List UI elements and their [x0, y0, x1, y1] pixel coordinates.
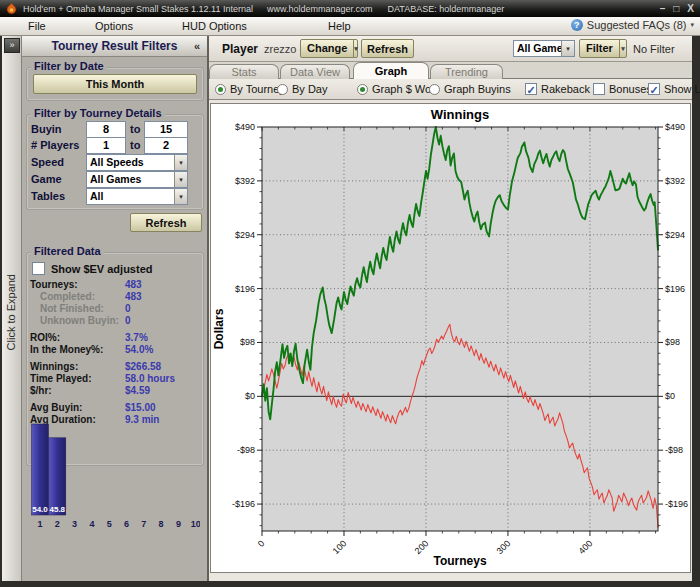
- mini-bar: [32, 424, 49, 515]
- stat-row: Time Played:58.0 hours: [30, 373, 202, 385]
- svg-text:-$196: -$196: [232, 499, 255, 509]
- games-select[interactable]: All Games ▾: [513, 40, 575, 57]
- svg-text:45.8: 45.8: [50, 505, 66, 514]
- menu-item-file[interactable]: File: [28, 20, 46, 32]
- tab-data-view[interactable]: Data View: [280, 64, 350, 79]
- tab-stats[interactable]: Stats: [209, 64, 279, 79]
- stat-row: Completed:483: [30, 291, 202, 303]
- range-from-input-0[interactable]: 8: [86, 121, 126, 138]
- minimize-icon[interactable]: –: [660, 3, 666, 14]
- tab-row: StatsData ViewGraphTrending: [209, 62, 692, 79]
- change-player-button[interactable]: Change ▾: [300, 39, 358, 58]
- stat-label: In the Money%:: [30, 344, 103, 355]
- stat-row: Avg Buyin:$15.00: [30, 402, 202, 414]
- svg-text:-$98: -$98: [237, 445, 255, 455]
- stat-value: 58.0 hours: [125, 373, 175, 384]
- click-to-expand-label[interactable]: Click to Expand: [5, 274, 17, 350]
- checkbox-show-luc[interactable]: ✓: [648, 83, 660, 95]
- player-refresh-button[interactable]: Refresh: [361, 39, 414, 58]
- expand-panel-button[interactable]: »: [4, 38, 20, 53]
- window-title-database: DATABASE: holdemmanager: [387, 4, 504, 14]
- stat-row: In the Money%:54.0%: [30, 344, 202, 356]
- stat-label: Avg Buyin:: [30, 402, 82, 413]
- svg-text:$490: $490: [665, 122, 685, 132]
- filter-button[interactable]: Filter ▾: [579, 39, 627, 58]
- svg-text:-$196: -$196: [665, 499, 688, 509]
- player-bar: Player zrezzo (PS) Change ▾ Refresh All …: [209, 36, 692, 62]
- stat-label: $/hr:: [30, 385, 52, 396]
- svg-text:Winnings: Winnings: [431, 107, 489, 122]
- svg-text:$98: $98: [240, 337, 255, 347]
- stats-group: Winnings:$266.58Time Played:58.0 hours$/…: [30, 361, 202, 397]
- filtered-data-stats: Tourneys:483Completed:483Not Finished:0U…: [30, 279, 202, 431]
- tab-trending[interactable]: Trending: [430, 64, 503, 79]
- stat-label: Not Finished:: [40, 303, 104, 314]
- suggested-faqs-label: Suggested FAQs (8): [587, 19, 687, 31]
- svg-text:1: 1: [37, 519, 42, 529]
- svg-text:$392: $392: [235, 176, 255, 186]
- winnings-chart: $490$490$392$392$294$294$196$196$98$98$0…: [210, 103, 691, 573]
- stat-value: 0: [125, 315, 131, 326]
- stat-label: Unknown Buyin:: [40, 315, 119, 326]
- filter-by-details-legend: Filter by Tourney Details: [31, 107, 165, 119]
- stat-label: Time Played:: [30, 373, 92, 384]
- show-ev-adjusted-label: Show $EV adjusted: [51, 263, 152, 275]
- range-to-input-0[interactable]: 15: [144, 121, 188, 138]
- menu-item-hud-options[interactable]: HUD Options: [182, 20, 247, 32]
- suggested-faqs-button[interactable]: ? Suggested FAQs (8) ▾: [571, 19, 694, 31]
- filtered-data-legend: Filtered Data: [31, 245, 104, 257]
- tables-select[interactable]: All▾: [86, 188, 188, 205]
- this-month-button[interactable]: This Month: [33, 74, 197, 94]
- radio-graph-won[interactable]: [357, 84, 368, 95]
- tab-graph[interactable]: Graph: [353, 62, 429, 79]
- show-ev-adjusted-checkbox[interactable]: [32, 262, 45, 275]
- stat-value: 483: [125, 291, 142, 302]
- chevron-down-icon: ▾: [353, 40, 358, 57]
- checkbox-rakeback[interactable]: ✓: [525, 83, 537, 95]
- svg-text:54.0: 54.0: [32, 505, 48, 514]
- mini-bar: [49, 438, 66, 515]
- sidebar-refresh-button[interactable]: Refresh: [130, 213, 202, 232]
- svg-text:Tourneys: Tourneys: [433, 554, 486, 568]
- main-content: » Click to Expand Tourney Result Filters…: [2, 36, 692, 581]
- stat-value: $4.59: [125, 385, 150, 396]
- svg-text:2: 2: [55, 519, 60, 529]
- checkbox-label: Bonuses: [609, 83, 652, 95]
- range-label-1: # Players: [31, 139, 79, 151]
- game-select[interactable]: All Games▾: [86, 171, 188, 188]
- title-bar: Hold'em + Omaha Manager Small Stakes 1.1…: [0, 0, 700, 17]
- sidebar-header: Tourney Result Filters «: [22, 36, 207, 57]
- collapse-panel-button[interactable]: «: [194, 36, 200, 57]
- radio-by-tourney[interactable]: [215, 84, 226, 95]
- chevron-down-icon: ▾: [174, 172, 187, 187]
- maximize-icon[interactable]: □: [673, 3, 679, 14]
- stat-label: Winnings:: [30, 361, 78, 372]
- radio-graph-buyins[interactable]: [429, 84, 440, 95]
- radio-label: Graph $ Won: [372, 83, 437, 95]
- select-label-tables: Tables: [31, 190, 65, 202]
- collapsed-panel-strip[interactable]: » Click to Expand: [2, 36, 22, 581]
- speed-select[interactable]: All Speeds▾: [86, 154, 188, 171]
- svg-text:300: 300: [495, 538, 513, 556]
- stats-group: Tourneys:483Completed:483Not Finished:0U…: [30, 279, 202, 327]
- range-from-input-1[interactable]: 1: [86, 137, 126, 154]
- checkbox-bonuses[interactable]: [593, 83, 605, 95]
- menu-item-options[interactable]: Options: [95, 20, 133, 32]
- app-icon: [6, 3, 17, 14]
- graph-options-row: By TourneyBy DayGraph $ WonGraph Buyins✓…: [209, 79, 692, 100]
- chevron-down-icon: ▾: [561, 41, 574, 56]
- select-label-speed: Speed: [31, 156, 64, 168]
- menu-item-help[interactable]: Help: [328, 20, 351, 32]
- svg-text:$0: $0: [245, 391, 255, 401]
- stat-value: 483: [125, 279, 142, 290]
- svg-text:0: 0: [256, 538, 267, 549]
- filter-status: No Filter: [633, 43, 675, 55]
- radio-by-day[interactable]: [277, 84, 288, 95]
- close-icon[interactable]: X: [687, 3, 694, 14]
- filter-by-details-group: Filter by Tourney Details Buyin8to15# Pl…: [26, 114, 204, 210]
- svg-text:$294: $294: [235, 230, 255, 240]
- svg-text:$98: $98: [665, 337, 680, 347]
- range-to-input-1[interactable]: 2: [144, 137, 188, 154]
- svg-text:3: 3: [72, 519, 77, 529]
- help-question-icon: ?: [571, 19, 583, 31]
